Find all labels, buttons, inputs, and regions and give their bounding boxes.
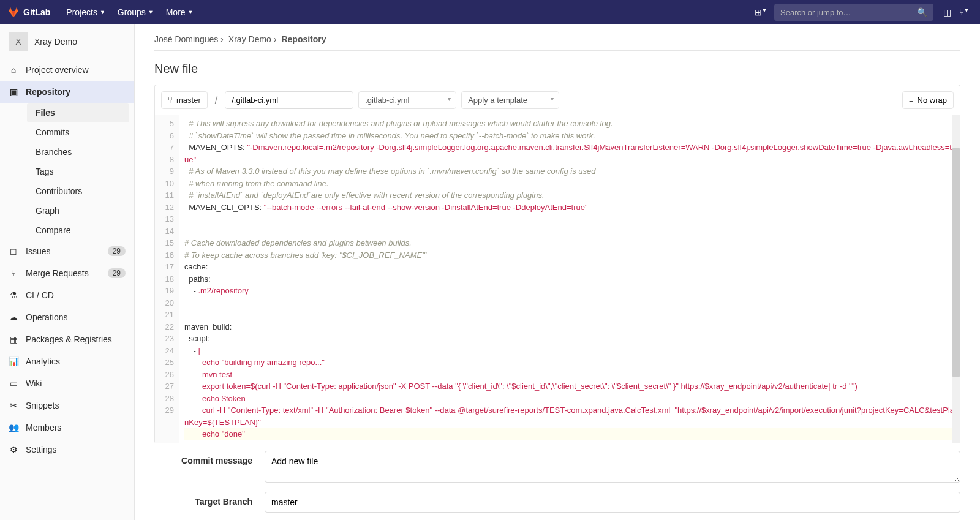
apply-template-select[interactable]: Apply a template <box>461 91 559 109</box>
nav-more[interactable]: More▼ <box>160 7 200 17</box>
page-title: New file <box>154 62 960 76</box>
target-branch-row: Target Branch <box>154 492 960 513</box>
sidebar-subitem-files[interactable]: Files <box>27 103 129 122</box>
sidebar-item-settings[interactable]: ⚙Settings <box>0 439 134 461</box>
sidebar-item-operations[interactable]: ☁Operations <box>0 306 134 328</box>
home-icon: ⌂ <box>9 65 18 75</box>
chevron-down-icon: ▼ <box>148 9 154 15</box>
sidebar-subitem-graph[interactable]: Graph <box>27 201 134 220</box>
sidebar-subitem-tags[interactable]: Tags <box>27 162 134 181</box>
sidebar-item-overview[interactable]: ⌂Project overview <box>0 59 134 81</box>
branch-selector[interactable]: ⑂ master <box>161 91 208 109</box>
branch-icon: ⑂ <box>168 96 173 105</box>
commit-message-input[interactable] <box>265 451 960 483</box>
commit-message-row: Commit message <box>154 451 960 484</box>
chevron-down-icon: ▼ <box>188 9 194 15</box>
sidebar-item-merge-requests[interactable]: ⑂Merge Requests29 <box>0 262 134 284</box>
search-icon: 🔍 <box>917 7 927 17</box>
sidebar-item-issues[interactable]: ◻Issues29 <box>0 240 134 262</box>
target-branch-input[interactable] <box>265 492 960 513</box>
plus-icon[interactable]: ⊞ ▼ <box>752 7 769 17</box>
package-icon: ▦ <box>9 334 18 344</box>
project-avatar: X <box>9 32 28 51</box>
project-name: Xray Demo <box>34 37 77 47</box>
sidebar-item-members[interactable]: 👥Members <box>0 416 134 439</box>
gitlab-logo[interactable]: GitLab <box>7 6 50 18</box>
operations-icon: ☁ <box>9 312 18 322</box>
chevron-down-icon: ▼ <box>100 9 105 15</box>
rocket-icon: ⚗ <box>9 290 18 300</box>
breadcrumb: José Domingues› Xray Demo› Repository <box>154 34 960 51</box>
filename-input[interactable] <box>225 91 353 109</box>
breadcrumb-project[interactable]: Xray Demo <box>228 34 271 44</box>
vertical-scrollbar[interactable] <box>952 115 960 443</box>
nav-projects[interactable]: Projects▼ <box>60 7 111 17</box>
breadcrumb-user[interactable]: José Domingues <box>154 34 218 44</box>
users-icon: 👥 <box>9 423 18 432</box>
breadcrumb-page: Repository <box>281 34 326 44</box>
main-content: José Domingues› Xray Demo› Repository Ne… <box>135 24 980 520</box>
issues-icon[interactable]: ◫ <box>938 7 956 17</box>
sidebar-subitem-branches[interactable]: Branches <box>27 142 134 162</box>
code-editor[interactable]: 5678910111213141516171819202122232425262… <box>154 115 960 443</box>
template-type-select[interactable]: .gitlab-ci.yml <box>358 91 456 109</box>
nav-groups[interactable]: Groups▼ <box>111 7 160 17</box>
search-input[interactable] <box>780 8 917 17</box>
target-branch-label: Target Branch <box>154 492 265 507</box>
sidebar: X Xray Demo ⌂Project overview ▣Repositor… <box>0 24 135 520</box>
sidebar-item-wiki[interactable]: ▭Wiki <box>0 372 134 394</box>
commit-message-label: Commit message <box>154 451 265 465</box>
global-search[interactable]: 🔍 <box>774 4 933 21</box>
issues-count-badge: 29 <box>108 246 126 256</box>
line-numbers-gutter: 5678910111213141516171819202122232425262… <box>155 115 179 443</box>
issues-icon: ◻ <box>9 246 18 256</box>
gitlab-icon <box>7 6 20 18</box>
merge-icon: ⑂ <box>9 268 18 278</box>
project-header[interactable]: X Xray Demo <box>0 24 134 59</box>
sidebar-item-analytics[interactable]: 📊Analytics <box>0 350 134 372</box>
sidebar-subitem-commits[interactable]: Commits <box>27 122 134 142</box>
brand-text: GitLab <box>23 7 50 17</box>
path-separator: / <box>213 95 220 106</box>
mr-count-badge: 29 <box>108 268 126 278</box>
file-toolbar: ⑂ master / .gitlab-ci.yml Apply a templa… <box>154 85 960 115</box>
repository-icon: ▣ <box>9 87 18 97</box>
book-icon: ▭ <box>9 379 18 388</box>
sidebar-item-snippets[interactable]: ✂Snippets <box>0 394 134 416</box>
sidebar-item-packages[interactable]: ▦Packages & Registries <box>0 328 134 350</box>
gear-icon: ⚙ <box>9 445 18 454</box>
sidebar-item-cicd[interactable]: ⚗CI / CD <box>0 284 134 306</box>
code-content[interactable]: # This will supress any download for dep… <box>179 115 960 443</box>
sidebar-subitem-contributors[interactable]: Contributors <box>27 181 134 201</box>
repository-submenu: Files Commits Branches Tags Contributors… <box>0 103 134 240</box>
scissors-icon: ✂ <box>9 401 18 410</box>
merge-requests-icon[interactable]: ⑂ ▼ <box>956 7 973 17</box>
sidebar-subitem-compare[interactable]: Compare <box>27 220 134 240</box>
no-wrap-button[interactable]: ≡No wrap <box>902 91 954 109</box>
top-navbar: GitLab Projects▼ Groups▼ More▼ ⊞ ▼ 🔍 ◫ ⑂… <box>0 0 980 24</box>
sidebar-item-repository[interactable]: ▣Repository <box>0 81 134 103</box>
analytics-icon: 📊 <box>9 356 18 366</box>
wrap-icon: ≡ <box>909 96 914 105</box>
